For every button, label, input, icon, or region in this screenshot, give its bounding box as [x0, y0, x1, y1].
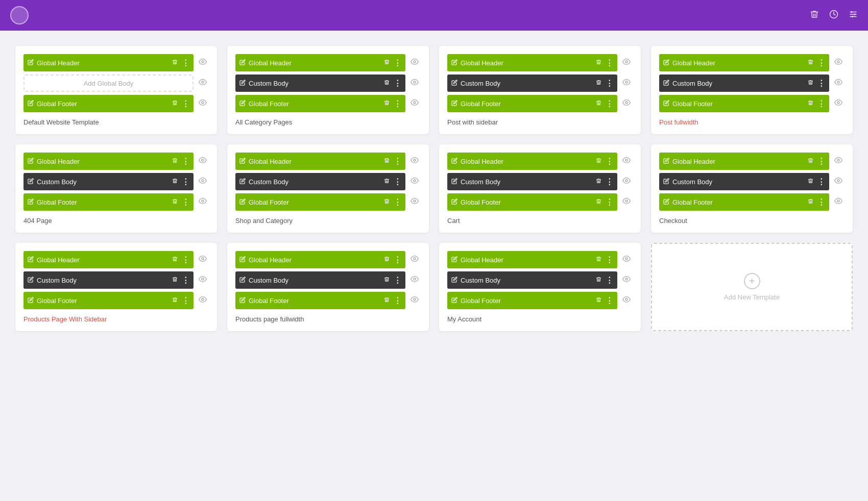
trash-bar-icon[interactable]: [384, 178, 390, 185]
dots-bar-icon[interactable]: ⋮: [182, 177, 189, 186]
dots-bar-icon[interactable]: ⋮: [182, 275, 189, 285]
eye-icon[interactable]: [832, 195, 845, 209]
eye-icon[interactable]: [620, 174, 633, 189]
trash-bar-icon[interactable]: [596, 277, 601, 284]
pencil-icon[interactable]: [239, 158, 246, 165]
pencil-icon[interactable]: [239, 277, 246, 284]
dots-bar-icon[interactable]: ⋮: [182, 197, 189, 207]
eye-icon[interactable]: [832, 154, 845, 168]
pencil-icon[interactable]: [451, 100, 457, 108]
add-body-bar[interactable]: Add Global Body: [23, 74, 194, 92]
pencil-icon[interactable]: [28, 297, 34, 305]
pencil-icon[interactable]: [663, 198, 669, 206]
dots-bar-icon[interactable]: ⋮: [394, 296, 401, 305]
eye-icon[interactable]: [620, 273, 633, 287]
dots-bar-icon[interactable]: ⋮: [182, 58, 189, 67]
pencil-icon[interactable]: [663, 80, 669, 87]
dots-bar-icon[interactable]: ⋮: [394, 99, 401, 108]
eye-icon[interactable]: [408, 273, 421, 287]
dots-bar-icon[interactable]: ⋮: [817, 177, 825, 186]
dots-bar-icon[interactable]: ⋮: [606, 255, 613, 264]
trash-bar-icon[interactable]: [596, 80, 601, 87]
eye-icon[interactable]: [408, 56, 421, 70]
filter-icon[interactable]: [849, 10, 858, 21]
pencil-icon[interactable]: [239, 256, 246, 264]
eye-icon[interactable]: [197, 195, 209, 209]
eye-icon[interactable]: [832, 56, 845, 70]
trash-bar-icon[interactable]: [172, 158, 178, 165]
dots-bar-icon[interactable]: ⋮: [606, 99, 613, 108]
dots-bar-icon[interactable]: ⋮: [394, 177, 401, 186]
pencil-icon[interactable]: [28, 100, 34, 108]
trash-bar-icon[interactable]: [596, 59, 601, 66]
eye-icon[interactable]: [197, 273, 209, 287]
trash-bar-icon[interactable]: [596, 297, 601, 304]
pencil-icon[interactable]: [451, 297, 457, 305]
pencil-icon[interactable]: [451, 277, 457, 284]
eye-icon[interactable]: [620, 293, 633, 308]
trash-bar-icon[interactable]: [384, 100, 390, 107]
pencil-icon[interactable]: [239, 100, 246, 108]
dots-bar-icon[interactable]: ⋮: [817, 79, 825, 88]
dots-bar-icon[interactable]: ⋮: [606, 275, 613, 285]
dots-bar-icon[interactable]: ⋮: [394, 197, 401, 207]
eye-icon[interactable]: [408, 174, 421, 189]
trash-bar-icon[interactable]: [384, 198, 390, 206]
pencil-icon[interactable]: [451, 256, 457, 264]
trash-icon[interactable]: [810, 10, 819, 21]
eye-icon[interactable]: [408, 195, 421, 209]
dots-bar-icon[interactable]: ⋮: [606, 197, 613, 207]
pencil-icon[interactable]: [663, 178, 669, 186]
trash-bar-icon[interactable]: [596, 158, 601, 165]
pencil-icon[interactable]: [239, 178, 246, 186]
pencil-icon[interactable]: [663, 158, 669, 165]
eye-icon[interactable]: [197, 293, 209, 308]
dots-bar-icon[interactable]: ⋮: [394, 275, 401, 285]
history-icon[interactable]: [829, 10, 838, 21]
trash-bar-icon[interactable]: [808, 59, 813, 66]
eye-icon[interactable]: [832, 174, 845, 189]
trash-bar-icon[interactable]: [172, 297, 178, 304]
dots-bar-icon[interactable]: ⋮: [182, 157, 189, 166]
eye-icon[interactable]: [197, 174, 209, 189]
dots-bar-icon[interactable]: ⋮: [606, 177, 613, 186]
trash-bar-icon[interactable]: [172, 277, 178, 284]
trash-bar-icon[interactable]: [808, 198, 813, 206]
dots-bar-icon[interactable]: ⋮: [606, 58, 613, 67]
pencil-icon[interactable]: [451, 178, 457, 186]
pencil-icon[interactable]: [451, 198, 457, 206]
eye-icon[interactable]: [408, 96, 421, 111]
pencil-icon[interactable]: [663, 59, 669, 67]
dots-bar-icon[interactable]: ⋮: [182, 296, 189, 305]
trash-bar-icon[interactable]: [596, 256, 601, 263]
pencil-icon[interactable]: [239, 80, 246, 87]
pencil-icon[interactable]: [451, 59, 457, 67]
trash-bar-icon[interactable]: [172, 178, 178, 185]
pencil-icon[interactable]: [451, 80, 457, 87]
eye-icon[interactable]: [197, 96, 209, 111]
eye-icon[interactable]: [620, 154, 633, 168]
dots-bar-icon[interactable]: ⋮: [394, 157, 401, 166]
trash-bar-icon[interactable]: [384, 277, 390, 284]
trash-bar-icon[interactable]: [384, 297, 390, 304]
pencil-icon[interactable]: [663, 100, 669, 108]
dots-bar-icon[interactable]: ⋮: [394, 255, 401, 264]
trash-bar-icon[interactable]: [172, 198, 178, 206]
eye-icon[interactable]: [620, 253, 633, 267]
dots-bar-icon[interactable]: ⋮: [817, 58, 825, 67]
eye-icon[interactable]: [197, 154, 209, 168]
trash-bar-icon[interactable]: [808, 80, 813, 87]
eye-icon[interactable]: [620, 56, 633, 70]
trash-bar-icon[interactable]: [384, 158, 390, 165]
dots-bar-icon[interactable]: ⋮: [394, 58, 401, 67]
trash-bar-icon[interactable]: [808, 178, 813, 185]
trash-bar-icon[interactable]: [596, 100, 601, 107]
dots-bar-icon[interactable]: ⋮: [817, 99, 825, 108]
trash-bar-icon[interactable]: [172, 256, 178, 263]
eye-icon[interactable]: [620, 76, 633, 90]
pencil-icon[interactable]: [28, 178, 34, 186]
dots-bar-icon[interactable]: ⋮: [182, 255, 189, 264]
pencil-icon[interactable]: [28, 158, 34, 165]
trash-bar-icon[interactable]: [384, 256, 390, 263]
pencil-icon[interactable]: [239, 59, 246, 67]
